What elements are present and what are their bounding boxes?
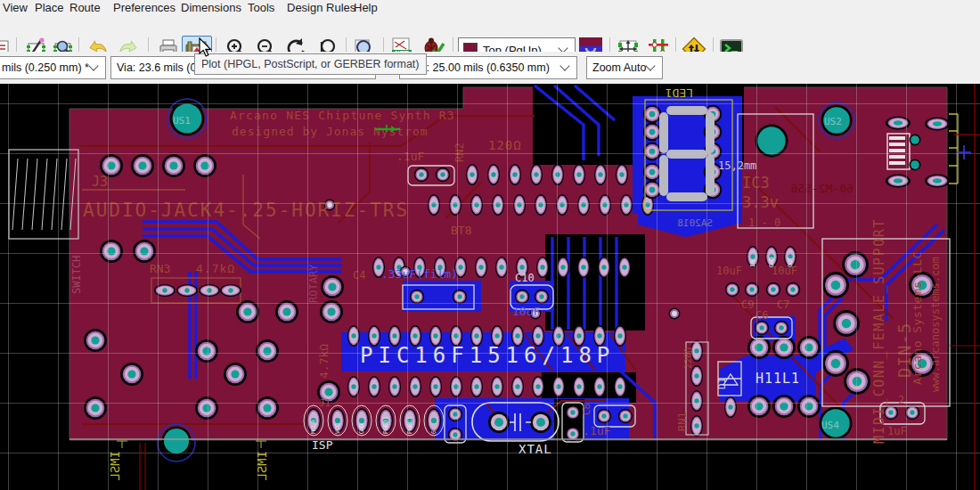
zoom-select[interactable]: Zoom Auto (586, 56, 663, 79)
chevron-down-icon (88, 61, 98, 70)
grid-overlay (0, 84, 980, 490)
pcbnew-window: View Place Route Preferences Dimensions … (0, 0, 980, 490)
zoom-value: Zoom Auto (587, 61, 646, 74)
menu-design-rules[interactable]: Design Rules (287, 1, 355, 14)
menu-route[interactable]: Route (69, 1, 101, 14)
menu-view[interactable]: View (3, 1, 28, 14)
plot-tooltip: Plot (HPGL, PostScript, or GERBER format… (194, 53, 427, 75)
track-width-value: mils (0.250 mm) * (0, 61, 89, 74)
menu-preferences[interactable]: Preferences (113, 1, 176, 14)
menu-dimensions[interactable]: Dimensions (181, 1, 241, 14)
menu-help[interactable]: Help (354, 1, 378, 14)
chevron-down-icon (645, 61, 655, 70)
axis-origin-icon (375, 125, 402, 132)
menubar: View Place Route Preferences Dimensions … (0, 0, 980, 16)
pcb-canvas[interactable]: Arcano NES Chiptune Synth R3 designed by… (0, 84, 980, 490)
chevron-down-icon (559, 61, 569, 70)
main-toolbar: NET Top (PgUp) (0, 16, 980, 52)
options-toolbar: mils (0.250 mm) * Via: 23.6 mils (0.60 G… (0, 52, 980, 85)
track-width-select[interactable]: mils (0.250 mm) * (0, 56, 106, 79)
mouse-cursor (198, 37, 216, 59)
pcb-drawing: Arcano NES Chiptune Synth R3 designed by… (0, 84, 980, 490)
plot-tooltip-text: Plot (HPGL, PostScript, or GERBER format… (201, 58, 420, 70)
menu-tools[interactable]: Tools (248, 1, 274, 14)
menu-place[interactable]: Place (35, 1, 64, 14)
